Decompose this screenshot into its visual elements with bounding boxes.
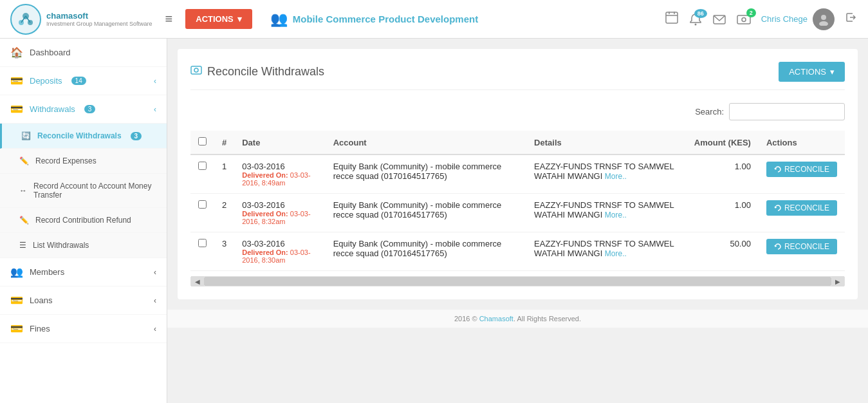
col-num: #	[214, 131, 234, 155]
scroll-thumb[interactable]	[204, 277, 831, 286]
sidebar-label-reconcile: Reconcile Withdrawals	[37, 131, 122, 140]
sidebar-item-deposits[interactable]: 💳 Deposits 14 ‹	[0, 67, 167, 95]
row-checkbox[interactable]	[190, 155, 214, 194]
more-link[interactable]: More..	[605, 249, 627, 258]
col-amount: Amount (KES)	[687, 131, 759, 155]
row-num: 1	[214, 155, 234, 194]
reconcile-button[interactable]: RECONCILE	[766, 200, 837, 216]
row-amount: 1.00	[687, 194, 759, 232]
sidebar-item-contribution-refund[interactable]: ✏️ Record Contribution Refund	[0, 208, 167, 233]
hamburger-icon[interactable]: ≡	[165, 12, 173, 26]
withdrawals-icon: 💳	[10, 103, 23, 115]
svg-point-13	[821, 15, 826, 20]
svg-rect-5	[666, 12, 678, 23]
table-wrapper: # Date Account Details Amount (KES) Acti…	[190, 131, 845, 286]
svg-point-16	[194, 68, 198, 72]
sidebar-item-reconcile-withdrawals[interactable]: 🔄 Reconcile Withdrawals 3	[0, 124, 167, 149]
logo-text-area: chamasoft Investment Group Management So…	[46, 11, 152, 28]
refund-icon: ✏️	[19, 216, 29, 225]
reconcile-icon: 🔄	[21, 131, 31, 140]
fines-icon: 💳	[10, 323, 23, 335]
row-checkbox[interactable]	[190, 194, 214, 232]
row-select-checkbox[interactable]	[198, 239, 207, 247]
sidebar-item-record-expenses[interactable]: ✏️ Record Expenses	[0, 149, 167, 174]
page-title-icon	[190, 64, 202, 79]
sidebar-label-dashboard: Dashboard	[30, 48, 71, 57]
row-select-checkbox[interactable]	[198, 162, 207, 170]
more-link[interactable]: More..	[605, 211, 627, 220]
row-action: RECONCILE	[759, 232, 845, 271]
select-all-checkbox[interactable]	[198, 137, 207, 145]
members-icon: 👥	[10, 266, 23, 278]
row-date: 03-03-2016 Delivered On: 03-03-2016, 8:3…	[234, 232, 325, 271]
sidebar-label-transfer: Record Account to Account Money Transfer	[33, 182, 156, 200]
sidebar-label-withdrawals: Withdrawals	[30, 104, 75, 114]
group-icon: 👥	[270, 11, 288, 28]
sidebar-label-members: Members	[30, 267, 64, 277]
row-num: 3	[214, 232, 234, 271]
actions-chevron-icon: ▾	[237, 14, 242, 24]
sidebar-label-fines: Fines	[30, 324, 50, 333]
deposits-icon: 💳	[10, 75, 23, 87]
reconcile-button[interactable]: RECONCILE	[766, 162, 837, 177]
col-actions: Actions	[759, 131, 845, 155]
page-title-text: Reconcile Withdrawals	[207, 65, 324, 79]
row-action: RECONCILE	[759, 155, 845, 194]
bell-icon[interactable]: 86	[689, 13, 702, 26]
table-header-row: # Date Account Details Amount (KES) Acti…	[190, 131, 845, 155]
expenses-icon: ✏️	[19, 156, 29, 165]
more-link[interactable]: More..	[605, 172, 627, 181]
sidebar-item-fines[interactable]: 💳 Fines ‹	[0, 315, 167, 343]
svg-point-9	[694, 23, 696, 25]
logo: chamasoft Investment Group Management So…	[10, 4, 152, 35]
sidebar-label-list: List Withdrawals	[33, 241, 89, 250]
reconcile-button[interactable]: RECONCILE	[766, 239, 837, 254]
row-select-checkbox[interactable]	[198, 200, 207, 209]
sidebar-item-members[interactable]: 👥 Members ‹	[0, 258, 167, 286]
row-checkbox[interactable]	[190, 232, 214, 271]
logo-icon	[10, 4, 41, 35]
email-icon[interactable]	[712, 12, 726, 26]
calendar-icon[interactable]	[665, 10, 679, 28]
nav-left: chamasoft Investment Group Management So…	[10, 4, 478, 35]
svg-rect-15	[191, 66, 201, 74]
svg-point-14	[819, 21, 828, 26]
page-actions-button[interactable]: ACTIONS ▾	[779, 62, 845, 82]
row-amount: 50.00	[687, 232, 759, 271]
footer-text: 2016 © Chamasoft. All Rights Reserved.	[454, 315, 581, 323]
sidebar-label-expenses: Record Expenses	[35, 156, 97, 165]
top-actions-button[interactable]: ACTIONS ▾	[185, 9, 252, 29]
row-date: 03-03-2016 Delivered On: 03-03-2016, 8:4…	[234, 155, 325, 194]
sidebar-label-deposits: Deposits	[30, 76, 62, 86]
search-input[interactable]	[729, 103, 845, 120]
page-header: Reconcile Withdrawals ACTIONS ▾	[190, 62, 845, 90]
col-checkbox	[190, 131, 214, 155]
col-date: Date	[234, 131, 325, 155]
sidebar-item-account-transfer[interactable]: ↔ Record Account to Account Money Transf…	[0, 174, 167, 208]
sidebar-item-list-withdrawals[interactable]: ☰ List Withdrawals	[0, 233, 167, 258]
horizontal-scrollbar[interactable]: ◀ ▶	[190, 276, 845, 286]
sidebar-item-loans[interactable]: 💳 Loans ‹	[0, 286, 167, 315]
scroll-left-icon[interactable]: ◀	[191, 276, 204, 286]
home-icon: 🏠	[10, 46, 23, 59]
top-navigation: chamasoft Investment Group Management So…	[0, 0, 868, 39]
sidebar-item-withdrawals[interactable]: 💳 Withdrawals 3 ‹	[0, 95, 167, 124]
table-row: 3 03-03-2016 Delivered On: 03-03-2016, 8…	[190, 232, 845, 271]
row-details: EAZZY-FUNDS TRNSF TO SAMWEL WATAHI MWANG…	[526, 194, 687, 232]
logout-icon[interactable]	[845, 11, 858, 27]
money-icon[interactable]: 2	[737, 12, 751, 26]
money-badge: 2	[746, 8, 756, 17]
fines-arrow-icon: ‹	[154, 324, 156, 333]
row-details: EAZZY-FUNDS TRNSF TO SAMWEL WATAHI MWANG…	[526, 232, 687, 271]
logo-name: chamasoft	[46, 11, 152, 21]
scroll-right-icon[interactable]: ▶	[831, 276, 844, 286]
nav-right: 86 2 Chris Chege	[665, 8, 858, 30]
footer-link[interactable]: Chamasoft	[479, 315, 513, 323]
reconcile-badge: 3	[131, 132, 142, 140]
user-area[interactable]: Chris Chege	[761, 8, 835, 30]
group-name: Mobile Commerce Product Development	[293, 14, 478, 24]
transfer-icon: ↔	[19, 186, 27, 195]
sidebar-item-dashboard[interactable]: 🏠 Dashboard	[0, 39, 167, 67]
scroll-track	[204, 277, 831, 286]
col-account: Account	[326, 131, 526, 155]
